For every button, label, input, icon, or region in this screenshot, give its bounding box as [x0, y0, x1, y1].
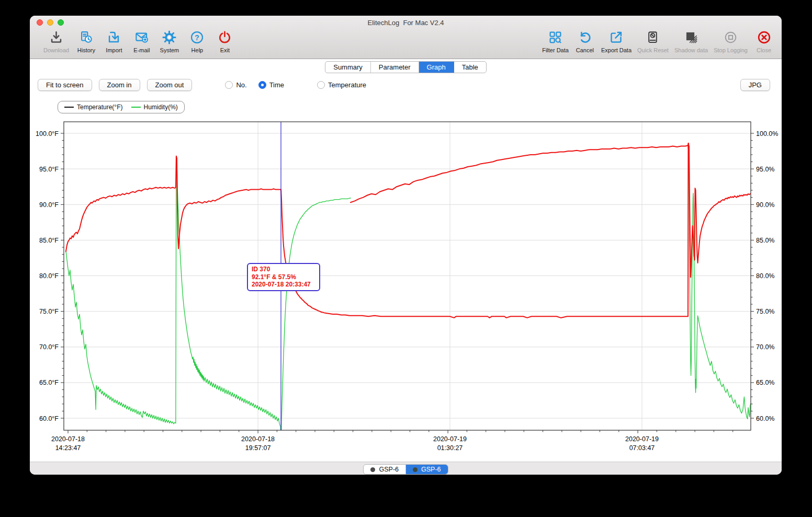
filter-data-button[interactable]: Filter Data	[542, 30, 569, 53]
device-label: GSP-6	[421, 466, 441, 473]
titlebar: ElitechLog For Mac V2.4	[30, 16, 782, 29]
stop-logging-icon	[724, 30, 738, 47]
radio-time[interactable]: Time	[258, 81, 284, 89]
history-button[interactable]: History	[76, 30, 97, 53]
toolbar-left-group: Download History Import E-mail System	[43, 30, 235, 53]
datapoint-tooltip: ID 370 92.1°F & 57.5% 2020-07-18 20:33:4…	[247, 263, 320, 291]
svg-text:60.0°F: 60.0°F	[39, 415, 59, 422]
device-dot-icon	[370, 467, 375, 472]
svg-text:2020-07-19: 2020-07-19	[625, 435, 659, 443]
tooltip-timestamp: 2020-07-18 20:33:47	[252, 281, 315, 289]
svg-text:90.0°F: 90.0°F	[39, 201, 59, 209]
tab-summary[interactable]: Summary	[325, 62, 371, 73]
window-chrome: ElitechLog For Mac V2.4 Download History…	[30, 16, 782, 59]
device-tab-gsp6-2[interactable]: GSP-6	[406, 465, 448, 474]
graph-controls: Fit to screen Zoom in Zoom out No. Time …	[30, 75, 782, 95]
fit-to-screen-button[interactable]: Fit to screen	[38, 79, 92, 91]
gear-icon	[162, 30, 176, 47]
toolbar-label: Exit	[220, 47, 230, 53]
svg-text:?: ?	[195, 33, 199, 42]
radio-time-icon[interactable]	[258, 81, 266, 89]
legend-label: Temperature(°F)	[77, 104, 123, 111]
shadow-data-button[interactable]: Shadow data	[674, 30, 708, 53]
close-window-button[interactable]	[37, 19, 43, 26]
svg-text:80.0°F: 80.0°F	[39, 272, 59, 280]
quick-reset-button[interactable]: Quick Reset	[637, 30, 669, 53]
svg-text:60.0%: 60.0%	[756, 415, 774, 422]
device-strip: GSP-6 GSP-6	[30, 462, 782, 475]
power-icon	[218, 30, 232, 47]
import-button[interactable]: Import	[104, 30, 125, 53]
view-tab-row: Summary Parameter Graph Table	[30, 59, 782, 75]
humidity-line-swatch	[131, 107, 141, 108]
tooltip-id: ID 370	[252, 266, 315, 273]
close-button[interactable]: Close	[753, 30, 774, 53]
toolbar-label: Export Data	[601, 47, 631, 53]
toolbar-label: Cancel	[576, 47, 594, 53]
help-button[interactable]: ? Help	[187, 30, 208, 53]
svg-text:2020-07-19: 2020-07-19	[433, 435, 467, 443]
device-tab-gsp6-1[interactable]: GSP-6	[364, 465, 406, 474]
import-icon	[107, 30, 121, 47]
svg-text:80.0%: 80.0%	[756, 272, 774, 280]
minimize-window-button[interactable]	[47, 19, 53, 26]
svg-text:85.0%: 85.0%	[756, 237, 774, 244]
help-icon: ?	[190, 30, 204, 47]
device-dot-icon	[413, 467, 418, 472]
chart-legend: Temperature(°F) Humidity(%)	[58, 101, 185, 113]
shadow-data-icon	[684, 30, 698, 47]
view-tabs: Summary Parameter Graph Table	[325, 61, 487, 73]
svg-text:95.0%: 95.0%	[756, 166, 774, 173]
svg-text:75.0°F: 75.0°F	[39, 308, 59, 315]
svg-text:2020-07-18: 2020-07-18	[241, 435, 275, 443]
chart-panel: 100.0°F100.0%95.0°F95.0%90.0°F90.0%85.0°…	[30, 95, 782, 462]
tab-graph[interactable]: Graph	[419, 62, 454, 73]
radio-temperature[interactable]: Temperature	[317, 81, 366, 89]
filter-data-icon	[548, 30, 562, 47]
svg-text:07:03:47: 07:03:47	[629, 444, 655, 452]
device-tabs: GSP-6 GSP-6	[363, 464, 448, 475]
toolbar-label: Shadow data	[674, 47, 708, 53]
radio-temperature-icon[interactable]	[317, 81, 325, 89]
svg-text:14:23:47: 14:23:47	[55, 444, 81, 452]
radio-no-icon[interactable]	[225, 81, 233, 89]
radio-temperature-label: Temperature	[328, 81, 366, 89]
cancel-button[interactable]: Cancel	[574, 30, 595, 53]
svg-text:65.0°F: 65.0°F	[39, 379, 59, 386]
zoom-in-button[interactable]: Zoom in	[99, 79, 140, 91]
svg-text:95.0°F: 95.0°F	[39, 166, 59, 173]
tooltip-values: 92.1°F & 57.5%	[252, 273, 315, 281]
email-button[interactable]: E-mail	[131, 30, 152, 53]
zoom-out-button[interactable]: Zoom out	[147, 79, 193, 91]
svg-text:01:30:27: 01:30:27	[437, 444, 463, 452]
radio-no[interactable]: No.	[225, 81, 246, 89]
device-label: GSP-6	[379, 466, 399, 473]
svg-text:90.0%: 90.0%	[756, 201, 774, 209]
app-window: ElitechLog For Mac V2.4 Download History…	[30, 16, 782, 475]
radio-no-label: No.	[236, 81, 246, 89]
export-data-button[interactable]: Export Data	[601, 30, 631, 53]
toolbar-right-group: Filter Data Cancel Export Data Quick Res…	[542, 30, 774, 53]
toolbar-label: System	[160, 47, 179, 53]
jpg-export-button[interactable]: JPG	[740, 79, 770, 91]
tab-parameter[interactable]: Parameter	[371, 62, 419, 73]
svg-text:19:57:07: 19:57:07	[245, 444, 271, 452]
quick-reset-icon	[646, 30, 660, 47]
zoom-window-button[interactable]	[58, 19, 64, 26]
system-button[interactable]: System	[159, 30, 180, 53]
toolbar-label: Close	[757, 47, 771, 53]
toolbar-label: Import	[106, 47, 122, 53]
temperature-humidity-chart[interactable]: 100.0°F100.0%95.0°F95.0%90.0°F90.0%85.0°…	[30, 95, 782, 462]
traffic-lights	[37, 19, 64, 26]
exit-button[interactable]: Exit	[215, 30, 235, 53]
toolbar-label: Help	[191, 47, 204, 53]
svg-text:85.0°F: 85.0°F	[39, 237, 59, 244]
download-button[interactable]: Download	[43, 30, 69, 53]
stop-logging-button[interactable]: Stop Logging	[714, 30, 748, 53]
tab-table[interactable]: Table	[454, 62, 486, 73]
undo-icon	[578, 30, 592, 47]
toolbar-label: Filter Data	[542, 47, 569, 53]
window-title: ElitechLog For Mac V2.4	[368, 19, 444, 27]
toolbar-label: Stop Logging	[714, 47, 748, 53]
svg-text:65.0%: 65.0%	[756, 379, 774, 386]
